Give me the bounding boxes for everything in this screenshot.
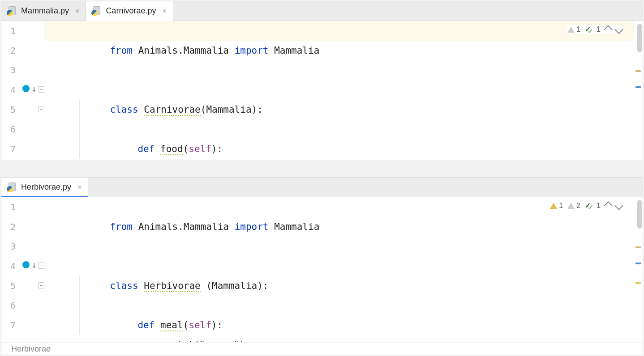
split-divider[interactable] xyxy=(1,161,643,177)
editor-body-top[interactable]: 1 2 3 4 5 6 7 from Animals.Mammalia impo… xyxy=(1,21,643,161)
editor-pane-top: Mammalia.py × Carnivorae.py × 1 2 3 4 5 … xyxy=(1,1,643,161)
fold-icon[interactable] xyxy=(38,86,44,93)
fold-icon[interactable] xyxy=(38,106,44,112)
marker-bar-top[interactable] xyxy=(634,21,643,161)
line-number: 7 xyxy=(1,315,19,335)
tab-herbivorae[interactable]: Herbivorae.py × xyxy=(1,178,88,197)
chevron-down-icon[interactable] xyxy=(614,201,623,210)
warning-triangle-dim-icon xyxy=(567,203,575,209)
code-line[interactable]: class Carnivorae(Mammalia): xyxy=(44,80,634,100)
close-icon[interactable]: × xyxy=(75,183,82,191)
scrollbar-thumb[interactable] xyxy=(637,200,642,229)
tab-bar-bottom: Herbivorae.py × xyxy=(1,178,643,197)
gutter-top[interactable]: 1 2 3 4 5 6 7 xyxy=(1,21,44,161)
code-line[interactable]: def meal(self): xyxy=(44,276,634,296)
line-number: 3 xyxy=(1,60,19,80)
line-number: 6 xyxy=(1,296,19,315)
code-line[interactable] xyxy=(44,217,634,237)
tab-label: Herbivorae.py xyxy=(21,182,71,192)
fold-icon[interactable] xyxy=(38,282,44,288)
check-ok-icon xyxy=(585,26,595,33)
code-line[interactable]: from Animals.Mammalia import Mammalia xyxy=(44,21,634,41)
tab-label: Carnivorae.py xyxy=(106,6,156,16)
chevron-down-icon[interactable] xyxy=(614,25,623,34)
code-line[interactable] xyxy=(44,60,634,80)
line-number: 4 xyxy=(1,256,19,276)
code-line[interactable]: # TODO xyxy=(44,139,634,159)
inspections-widget-top[interactable]: 1 1 xyxy=(567,25,622,34)
tab-carnivorae[interactable]: Carnivorae.py × xyxy=(86,1,173,21)
code-area-top[interactable]: from Animals.Mammalia import Mammalia cl… xyxy=(44,21,634,161)
line-number: 6 xyxy=(1,119,19,139)
python-file-icon xyxy=(8,6,17,16)
python-file-icon xyxy=(8,182,17,192)
warning-triangle-dim-icon xyxy=(567,26,575,33)
line-number: 2 xyxy=(1,41,19,60)
marker-warning[interactable] xyxy=(635,246,641,248)
inspection-weak-warnings[interactable]: 2 xyxy=(567,202,580,210)
line-number: 1 xyxy=(1,21,19,41)
code-line[interactable]: class Herbivorae (Mammalia): xyxy=(44,256,634,276)
tab-bar-top: Mammalia.py × Carnivorae.py × xyxy=(1,1,643,21)
scrollbar-thumb[interactable] xyxy=(637,24,642,52)
breadcrumb[interactable]: Herbivorae xyxy=(1,342,643,355)
tab-mammalia[interactable]: Mammalia.py × xyxy=(1,1,86,21)
code-line[interactable]: def food(self): xyxy=(44,100,634,119)
close-icon[interactable]: × xyxy=(159,7,166,15)
line-number: 5 xyxy=(1,100,19,119)
code-line[interactable]: # TODO xyxy=(44,315,634,335)
fold-icon[interactable] xyxy=(38,263,44,269)
marker-bar-bottom[interactable] xyxy=(634,197,643,342)
gutter-bottom[interactable]: 1 2 3 4 5 6 7 xyxy=(1,197,44,342)
warning-triangle-icon xyxy=(550,203,557,209)
code-area-bottom[interactable]: from Animals.Mammalia import Mammalia cl… xyxy=(44,197,634,342)
python-file-icon xyxy=(92,6,102,16)
marker-info[interactable] xyxy=(635,86,641,88)
tab-label: Mammalia.py xyxy=(21,6,69,16)
override-marker-icon[interactable] xyxy=(21,84,31,93)
inspection-warnings[interactable]: 1 xyxy=(550,202,563,210)
line-number: 7 xyxy=(1,139,19,159)
inspection-ok[interactable]: 1 xyxy=(585,25,601,34)
line-number: 4 xyxy=(1,80,19,100)
editor-body-bottom[interactable]: 1 2 3 4 5 6 7 from Animals.Mammalia impo… xyxy=(1,197,643,342)
line-number: 3 xyxy=(1,237,19,256)
line-number: 5 xyxy=(1,276,19,296)
inspection-weak-warnings[interactable]: 1 xyxy=(567,25,580,34)
marker-info[interactable] xyxy=(635,263,641,264)
marker-warning[interactable] xyxy=(635,70,641,72)
code-line[interactable] xyxy=(44,41,634,60)
code-line[interactable]: from Animals.Mammalia import Mammalia xyxy=(44,197,634,217)
line-number: 1 xyxy=(1,197,19,217)
inspections-widget-bottom[interactable]: 1 2 1 xyxy=(550,202,622,210)
inspection-ok[interactable]: 1 xyxy=(585,202,601,210)
chevron-up-icon[interactable] xyxy=(604,25,613,34)
close-icon[interactable]: × xyxy=(73,7,79,15)
code-line[interactable] xyxy=(44,237,634,256)
code-line[interactable]: print("meat") xyxy=(44,119,634,139)
chevron-up-icon[interactable] xyxy=(604,201,613,210)
line-number: 2 xyxy=(1,217,19,237)
breadcrumb-item[interactable]: Herbivorae xyxy=(11,344,51,353)
editor-pane-bottom: Herbivorae.py × 1 2 3 4 5 6 7 from Anima… xyxy=(1,177,643,355)
marker-weak-warning[interactable] xyxy=(635,282,641,284)
override-marker-icon[interactable] xyxy=(21,260,31,270)
check-ok-icon xyxy=(585,202,595,209)
code-line[interactable]: print("grass") xyxy=(44,296,634,315)
